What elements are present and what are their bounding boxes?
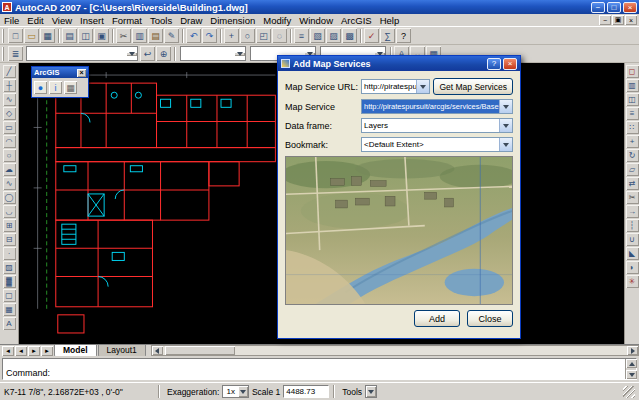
chevron-down-icon[interactable] [126, 52, 137, 56]
globe-icon[interactable]: ● [34, 81, 47, 94]
erase-icon[interactable]: ◻ [626, 65, 639, 78]
mirror-icon[interactable]: ◫ [626, 93, 639, 106]
quickcalc-icon[interactable]: ∑ [380, 28, 395, 43]
zoom-window-icon[interactable]: ◰ [256, 28, 271, 43]
zoom-realtime-icon[interactable]: ○ [240, 28, 255, 43]
make-block-icon[interactable]: ⊟ [3, 233, 16, 246]
arc-icon[interactable]: ◠ [3, 135, 16, 148]
new-icon[interactable]: □ [8, 28, 23, 43]
gradient-icon[interactable]: ▓ [3, 275, 16, 288]
open-icon[interactable]: ▭ [24, 28, 39, 43]
move-icon[interactable]: + [626, 135, 639, 148]
hatch-icon[interactable]: ▨ [3, 261, 16, 274]
menu-help[interactable]: Help [376, 14, 404, 27]
copy-icon[interactable]: ▥ [132, 28, 147, 43]
plot-icon[interactable]: ▤ [62, 28, 77, 43]
attributes-icon[interactable]: ▦ [64, 81, 77, 94]
markup-icon[interactable]: ✓ [364, 28, 379, 43]
redo-icon[interactable]: ↷ [202, 28, 217, 43]
menu-view[interactable]: View [48, 14, 76, 27]
menu-dimension[interactable]: Dimension [206, 14, 259, 27]
chevron-down-icon[interactable] [238, 386, 248, 397]
rotate-icon[interactable]: ↻ [626, 149, 639, 162]
chamfer-icon[interactable]: ◣ [626, 247, 639, 260]
identify-icon[interactable]: i [49, 81, 62, 94]
help-icon[interactable]: ? [396, 28, 411, 43]
scroll-up-icon[interactable] [626, 359, 637, 368]
minimize-icon[interactable]: − [599, 15, 611, 25]
toolbar-grip[interactable] [2, 29, 6, 43]
close-icon[interactable]: × [77, 69, 86, 77]
bookmark-value[interactable]: <Default Extent> [362, 138, 499, 151]
polygon-icon[interactable]: ◇ [3, 107, 16, 120]
pan-icon[interactable]: + [224, 28, 239, 43]
map-service-value[interactable]: http://piratespursuit/arcgis/services/Ba… [362, 100, 499, 113]
prev-icon[interactable]: ◄ [15, 346, 27, 356]
tools-dropdown[interactable] [365, 385, 377, 398]
join-icon[interactable]: ∪ [626, 233, 639, 246]
map-service-url-value[interactable]: http://piratespursuit/arcgis/services [362, 80, 416, 93]
region-icon[interactable]: ▢ [3, 289, 16, 302]
point-icon[interactable]: · [3, 247, 16, 260]
close-button[interactable]: Close [467, 310, 513, 327]
get-map-services-button[interactable]: Get Map Services [433, 78, 513, 95]
chevron-down-icon[interactable] [234, 52, 245, 56]
ellipse-icon[interactable]: ◯ [3, 191, 16, 204]
make-object-layer-icon[interactable]: ⊕ [156, 46, 171, 61]
fillet-icon[interactable]: ◗ [626, 261, 639, 274]
polyline-icon[interactable]: ∿ [3, 93, 16, 106]
scale-input[interactable]: 4488.73 [283, 385, 329, 398]
cut-icon[interactable]: ✂ [116, 28, 131, 43]
close-icon[interactable]: × [503, 58, 517, 70]
array-icon[interactable]: ∷ [626, 121, 639, 134]
ellipse-arc-icon[interactable]: ◡ [3, 205, 16, 218]
construction-line-icon[interactable]: ┼ [3, 79, 16, 92]
properties-icon[interactable]: ≡ [294, 28, 309, 43]
save-icon[interactable]: ▦ [40, 28, 55, 43]
help-icon[interactable]: ? [487, 58, 501, 70]
sheet-set-manager-icon[interactable]: ▩ [342, 28, 357, 43]
publish-icon[interactable]: ▣ [94, 28, 109, 43]
tool-palettes-icon[interactable]: ▨ [326, 28, 341, 43]
scroll-left-icon[interactable] [152, 346, 163, 355]
trim-icon[interactable]: ✂ [626, 191, 639, 204]
explode-icon[interactable]: ✳ [626, 275, 639, 288]
arcgis-palette-title-bar[interactable]: ArcGIS × [32, 67, 88, 78]
first-icon[interactable]: ◄ [2, 346, 14, 356]
zoom-previous-icon[interactable]: ◌ [272, 28, 287, 43]
command-prompt[interactable]: Command: [6, 368, 50, 378]
line-icon[interactable]: ╱ [3, 65, 16, 78]
spline-icon[interactable]: ∿ [3, 177, 16, 190]
map-service-url-combo[interactable]: http://piratespursuit/arcgis/services [361, 79, 430, 94]
paste-icon[interactable]: ▤ [148, 28, 163, 43]
scroll-down-icon[interactable] [626, 370, 637, 379]
add-button[interactable]: Add [414, 310, 460, 327]
data-frame-combo[interactable]: Layers [361, 118, 513, 133]
layer-control-dropdown[interactable] [26, 46, 138, 61]
map-service-combo[interactable]: http://piratespursuit/arcgis/services/Ba… [361, 99, 513, 114]
designcenter-icon[interactable]: ▧ [310, 28, 325, 43]
copy-object-icon[interactable]: ▥ [626, 79, 639, 92]
menu-format[interactable]: Format [108, 14, 146, 27]
chevron-down-icon[interactable] [416, 80, 429, 93]
coordinate-display[interactable]: K7-11 7/8", 2.16872E+03 , 0'-0" [4, 387, 154, 397]
chevron-down-icon[interactable] [366, 386, 376, 397]
plot-preview-icon[interactable]: ◫ [78, 28, 93, 43]
menu-modify[interactable]: Modify [259, 14, 295, 27]
extend-icon[interactable]: → [626, 205, 639, 218]
horizontal-scrollbar-track[interactable] [163, 346, 627, 355]
resize-grip[interactable] [623, 386, 635, 398]
match-properties-icon[interactable]: ✎ [164, 28, 179, 43]
circle-icon[interactable]: ○ [3, 149, 16, 162]
menu-tools[interactable]: Tools [146, 14, 176, 27]
menu-draw[interactable]: Draw [176, 14, 206, 27]
scrollbar-thumb[interactable] [165, 346, 235, 355]
chevron-down-icon[interactable] [499, 100, 512, 113]
bookmark-combo[interactable]: <Default Extent> [361, 137, 513, 152]
restore-icon[interactable]: ▣ [612, 15, 624, 25]
maximize-icon[interactable]: □ [607, 2, 621, 13]
insert-block-icon[interactable]: ⊞ [3, 219, 16, 232]
revision-cloud-icon[interactable]: ☁ [3, 163, 16, 176]
scale-icon[interactable]: ▱ [626, 163, 639, 176]
menu-file[interactable]: File [0, 14, 23, 27]
